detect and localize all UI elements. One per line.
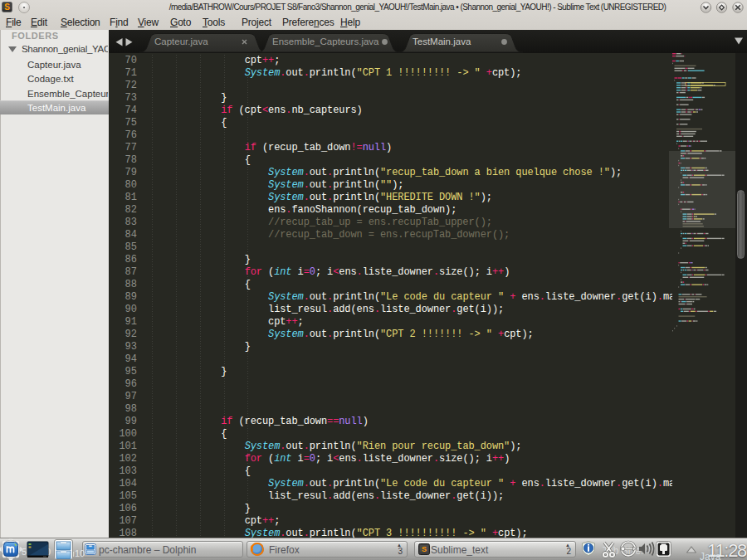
svg-text:Ensemble_Capteurs.java: Ensemble_Capteurs.java [272, 37, 379, 46]
svg-text:Capteur.java: Capteur.java [154, 37, 208, 46]
svg-text:S: S [4, 2, 10, 12]
svg-text:S: S [422, 545, 427, 553]
svg-text:TestMain.java: TestMain.java [413, 37, 471, 46]
